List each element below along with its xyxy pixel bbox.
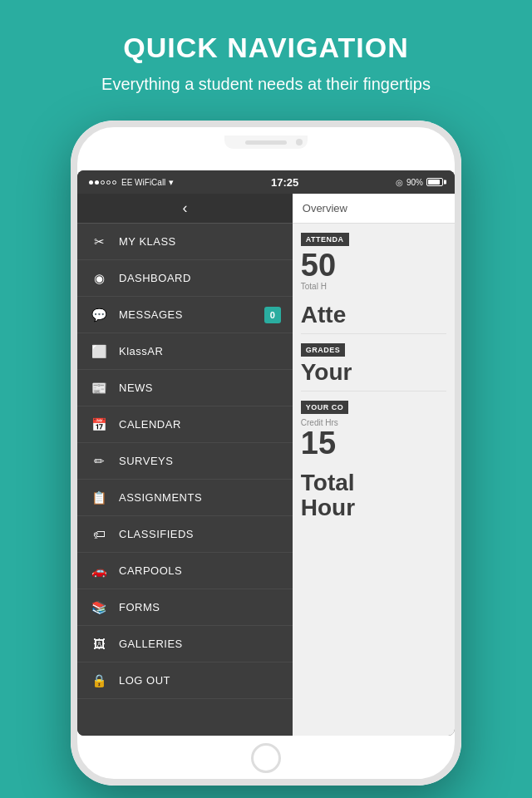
courses-badge: YOUR CO: [301, 401, 349, 414]
grades-section: GRADES Your: [293, 334, 455, 391]
messages-badge: 0: [264, 307, 281, 323]
my-klass-label: MY KLASS: [119, 235, 281, 248]
status-bar: EE WiFiCall ▾ 17:25 ◎ 90%: [77, 170, 455, 194]
courses-section: YOUR CO Credit Hrs 15: [293, 392, 455, 464]
nav-item-carpools[interactable]: 🚗CARPOOLS: [77, 553, 293, 589]
galleries-icon: 🖼: [89, 634, 109, 654]
front-camera: [296, 139, 303, 145]
grades-text: Your: [301, 360, 446, 386]
calendar-icon: 📅: [89, 415, 109, 435]
nav-item-calendar[interactable]: 📅CALENDAR: [77, 406, 293, 443]
nav-item-galleries[interactable]: 🖼GALLERIES: [77, 626, 293, 663]
nav-item-forms[interactable]: 📚FORMS: [77, 589, 293, 626]
messages-icon: 💬: [89, 305, 109, 325]
klassar-label: KlassAR: [119, 345, 281, 357]
phone-screen: EE WiFiCall ▾ 17:25 ◎ 90% ‹ ✂MY KLASS◉DA…: [77, 170, 455, 736]
news-icon: 📰: [89, 378, 109, 398]
status-right: ◎ 90%: [396, 178, 443, 187]
assignments-icon: 📋: [89, 488, 109, 508]
attendance-text-section: Atte: [293, 296, 455, 333]
dashboard-icon: ◉: [89, 268, 109, 288]
signal-dots: [89, 180, 116, 185]
page-title: QUICK NAVIGATION: [50, 32, 482, 64]
grades-badge: GRADES: [301, 343, 346, 357]
nav-item-dashboard[interactable]: ◉DASHBOARD: [77, 260, 293, 297]
nav-item-classifieds[interactable]: 🏷CLASSIFIEDS: [77, 516, 293, 553]
news-label: NEWS: [119, 382, 281, 394]
carpools-label: CARPOOLS: [119, 564, 281, 577]
nav-menu: ‹ ✂MY KLASS◉DASHBOARD💬MESSAGES0⬜KlassAR📰…: [77, 194, 293, 736]
nav-item-surveys[interactable]: ✏SURVEYS: [77, 443, 293, 480]
attendance-sublabel: Total H: [301, 282, 446, 291]
dot5: [112, 180, 116, 185]
klassar-icon: ⬜: [89, 342, 109, 362]
classifieds-icon: 🏷: [89, 525, 109, 544]
nav-items-container: ✂MY KLASS◉DASHBOARD💬MESSAGES0⬜KlassAR📰NE…: [77, 224, 293, 699]
back-row[interactable]: ‹: [77, 194, 293, 224]
page-subtitle: Everything a student needs at their fing…: [50, 72, 482, 96]
hour-label: Hour: [301, 495, 446, 521]
surveys-icon: ✏: [89, 451, 109, 471]
back-chevron-icon[interactable]: ‹: [182, 200, 187, 217]
carrier-text: EE WiFiCall: [121, 178, 165, 187]
forms-label: FORMS: [119, 601, 281, 613]
nav-item-logout[interactable]: 🔒LOG OUT: [77, 663, 293, 699]
nav-item-messages[interactable]: 💬MESSAGES0: [77, 297, 293, 333]
logout-icon: 🔒: [89, 671, 109, 691]
nav-item-klassar[interactable]: ⬜KlassAR: [77, 333, 293, 370]
carpools-icon: 🚗: [89, 561, 109, 581]
phone-frame: EE WiFiCall ▾ 17:25 ◎ 90% ‹ ✂MY KLASS◉DA…: [71, 121, 461, 786]
total-label: Total: [301, 470, 446, 496]
battery-percent: 90%: [406, 178, 423, 187]
assignments-label: ASSIGNMENTS: [119, 491, 281, 504]
nav-item-my-klass[interactable]: ✂MY KLASS: [77, 224, 293, 260]
overview-label: Overview: [293, 194, 455, 224]
right-panel: Overview ATTENDA 50 Total H Atte GRADES …: [293, 194, 455, 736]
speaker: [245, 140, 287, 145]
my-klass-icon: ✂: [89, 232, 109, 252]
dot3: [101, 180, 105, 185]
attendance-badge: ATTENDA: [301, 233, 349, 246]
status-left: EE WiFiCall ▾: [89, 177, 174, 188]
location-icon: ◎: [396, 178, 403, 187]
credit-number: 15: [301, 427, 446, 459]
battery-fill: [428, 180, 440, 185]
status-time: 17:25: [271, 176, 298, 189]
home-button[interactable]: [251, 743, 281, 773]
galleries-label: GALLERIES: [119, 638, 281, 650]
battery-icon: [426, 178, 443, 186]
messages-label: MESSAGES: [119, 308, 264, 321]
dashboard-label: DASHBOARD: [119, 272, 281, 284]
wifi-icon: ▾: [169, 177, 174, 188]
screen-content: ‹ ✂MY KLASS◉DASHBOARD💬MESSAGES0⬜KlassAR📰…: [77, 194, 455, 736]
surveys-label: SURVEYS: [119, 455, 281, 467]
forms-icon: 📚: [89, 598, 109, 618]
dot2: [95, 180, 99, 185]
total-section: Total Hour: [293, 464, 455, 527]
top-bar: [224, 135, 308, 149]
logout-label: LOG OUT: [119, 674, 281, 687]
calendar-label: CALENDAR: [119, 418, 281, 431]
attendance-text: Atte: [301, 303, 446, 328]
dot1: [89, 180, 93, 185]
attendance-section: ATTENDA 50 Total H: [293, 224, 455, 296]
dot4: [106, 180, 111, 185]
attendance-number: 50: [301, 249, 446, 281]
nav-item-news[interactable]: 📰NEWS: [77, 370, 293, 406]
classifieds-label: CLASSIFIEDS: [119, 528, 281, 540]
nav-item-assignments[interactable]: 📋ASSIGNMENTS: [77, 480, 293, 516]
